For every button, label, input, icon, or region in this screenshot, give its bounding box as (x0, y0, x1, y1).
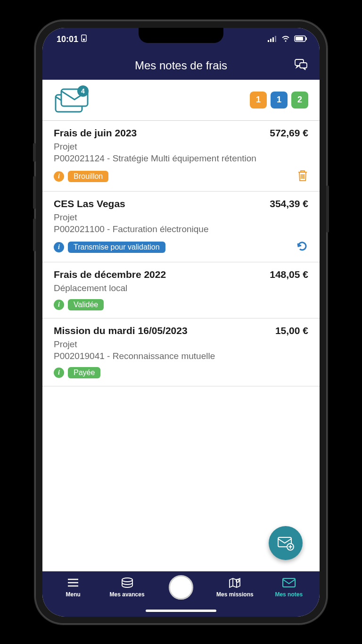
chip-approved-count[interactable]: 2 (291, 92, 308, 109)
svg-rect-8 (306, 37, 307, 40)
phone-side-button (33, 143, 36, 162)
phone-side-button (33, 176, 36, 209)
phone-side-button (326, 185, 329, 233)
item-title: CES Las Vegas (54, 198, 125, 209)
status-pill-draft: Brouillon (68, 171, 108, 182)
item-subtitle: Projet (54, 211, 308, 224)
trash-icon[interactable] (297, 169, 308, 184)
item-project: P002019041 - Reconnaissance mutuelle (54, 350, 308, 362)
nav-label: Mes avances (110, 591, 145, 598)
svg-rect-17 (283, 578, 295, 587)
item-title: Frais de juin 2023 (54, 127, 137, 139)
status-pill-pending: Transmise pour validation (68, 242, 165, 253)
add-expense-fab[interactable] (269, 526, 303, 560)
svg-rect-3 (270, 39, 272, 42)
phone-screen: 10:01 Mes notes de frais (42, 28, 320, 617)
phone-side-button (33, 218, 36, 251)
item-subtitle: Projet (54, 338, 308, 351)
svg-rect-7 (296, 37, 303, 41)
info-icon[interactable]: i (54, 368, 64, 378)
nav-label: Mes missions (216, 591, 254, 598)
menu-icon (67, 576, 79, 589)
info-icon[interactable]: i (54, 300, 64, 310)
expense-list[interactable]: Frais de juin 2023 572,69 € Projet P0020… (42, 121, 320, 571)
item-subtitle: Déplacement local (54, 282, 308, 294)
wifi-icon (281, 34, 290, 44)
coins-icon (121, 576, 134, 589)
svg-rect-4 (272, 37, 274, 42)
svg-point-15 (122, 578, 132, 582)
status-chips: 1 1 2 (250, 92, 308, 109)
item-amount: 15,00 € (275, 325, 308, 336)
sim-icon (81, 34, 87, 44)
chip-draft-count[interactable]: 1 (250, 92, 267, 109)
envelope-stack-icon[interactable]: 4 (54, 86, 91, 114)
item-subtitle: Projet (54, 141, 308, 153)
info-icon[interactable]: i (54, 171, 64, 182)
nav-notes[interactable]: Mes notes (268, 576, 310, 598)
item-amount: 354,39 € (270, 198, 308, 209)
page-title: Mes notes de frais (135, 59, 227, 72)
status-pill-approved: Validée (68, 299, 104, 310)
summary-bar: 4 1 1 2 (42, 80, 320, 121)
svg-rect-5 (275, 36, 276, 42)
bottom-nav: Menu Mes avances (42, 571, 320, 617)
phone-notch (139, 28, 223, 43)
app-header: Mes notes de frais (42, 51, 320, 80)
envelope-count-badge: 4 (77, 85, 89, 97)
list-item[interactable]: Mission du mardi 16/05/2023 15,00 € Proj… (42, 318, 320, 386)
nav-menu[interactable]: Menu (52, 576, 94, 598)
info-icon[interactable]: i (54, 242, 64, 252)
list-item[interactable]: Frais de juin 2023 572,69 € Projet P0020… (42, 121, 320, 192)
chat-icon[interactable] (294, 59, 308, 73)
signal-icon (268, 34, 277, 44)
nav-missions[interactable]: Mes missions (214, 576, 256, 598)
status-pill-paid: Payée (68, 367, 100, 378)
nav-label: Mes notes (275, 591, 303, 598)
camera-icon (169, 575, 193, 600)
map-icon (228, 576, 241, 589)
item-amount: 572,69 € (270, 127, 308, 139)
battery-icon (294, 34, 307, 44)
list-item[interactable]: Frais de décembre 2022 148,05 € Déplacem… (42, 262, 320, 318)
item-title: Frais de décembre 2022 (54, 269, 166, 280)
nav-camera[interactable] (160, 576, 202, 600)
home-indicator[interactable] (146, 610, 216, 612)
nav-label: Menu (66, 591, 81, 598)
item-project: P002021100 - Facturation électronique (54, 223, 308, 235)
undo-icon[interactable] (296, 240, 308, 254)
item-amount: 148,05 € (270, 269, 308, 280)
chip-pending-count[interactable]: 1 (271, 92, 288, 109)
item-title: Mission du mardi 16/05/2023 (54, 325, 188, 336)
envelope-icon (282, 576, 296, 589)
svg-rect-1 (83, 39, 85, 41)
status-time: 10:01 (57, 34, 78, 44)
svg-rect-10 (300, 63, 307, 68)
phone-frame: 10:01 Mes notes de frais (35, 20, 327, 624)
nav-avances[interactable]: Mes avances (106, 576, 148, 598)
item-project: P002021124 - Stratégie Multi équipement … (54, 152, 308, 165)
svg-rect-2 (268, 40, 269, 42)
list-item[interactable]: CES Las Vegas 354,39 € Projet P002021100… (42, 192, 320, 262)
